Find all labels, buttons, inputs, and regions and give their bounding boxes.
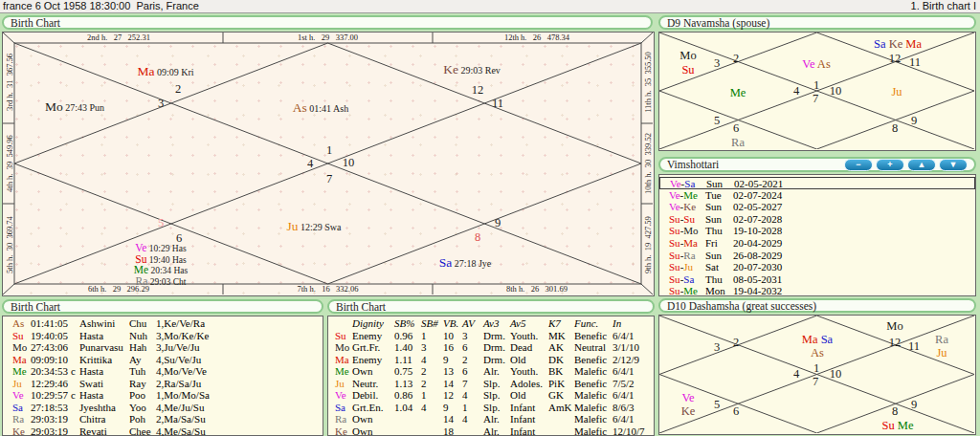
planet-abbr-me: Me — [730, 86, 746, 99]
dasha-date: 26-08-2029 — [733, 250, 782, 262]
dasha-row-ve-sa[interactable]: Ve-SaSun02-05-2021 — [659, 177, 975, 189]
cell-av: 6 — [462, 341, 468, 354]
cell-av5: Youth. — [510, 330, 538, 342]
column-header-k7: K7 — [548, 317, 561, 330]
planet-line-house-2: Ma 09:09 Kri — [137, 64, 193, 79]
house-number-7: 7 — [326, 173, 332, 185]
dasha-row-su-ra[interactable]: Su-RaSun26-08-2029 — [659, 250, 975, 262]
house-number-8: 8 — [892, 405, 898, 418]
planet-abbr-sa: Sa — [335, 402, 345, 414]
cell-nak: Krittika — [79, 354, 112, 366]
cell-lords: 4,Me/Ju/Su — [156, 402, 204, 414]
dasha-row-ve-me[interactable]: Ve-MeTue02-07-2024 — [659, 189, 975, 202]
cell-lords: 4,Su/Ve/Ju — [156, 354, 201, 366]
house-number-4: 4 — [793, 85, 799, 98]
column-header-vb: VB. — [443, 317, 458, 330]
dasha-date: 20-04-2029 — [733, 237, 782, 250]
cell-nak: Swati — [79, 378, 103, 390]
house-strength-right-0: 11th h. 35 355.50 — [642, 52, 653, 113]
house-strength-left-2: 5th h. 30 369.74 — [4, 216, 14, 273]
planet-detail: 12:29 Swa — [299, 222, 342, 232]
dasha-row-su-sa[interactable]: Su-SaThu08-05-2031 — [659, 273, 975, 286]
dasha-date: 02-05-2027 — [733, 201, 782, 213]
cell-syl: Poo — [129, 389, 145, 402]
dasha-row-su-ma[interactable]: Su-MaFri20-04-2029 — [659, 237, 975, 250]
cell-func: Malefic — [574, 425, 607, 436]
positions-table: As01:41:05AshwiniChu1,Ke/Ve/RaSu19:40:05… — [2, 316, 323, 436]
position-row-ke: Ke29:03:19RevatiChee4,Me/Sa/Su — [3, 425, 323, 436]
dasha-row-su-me[interactable]: Su-MeMon19-04-2032 — [659, 285, 975, 297]
planet-detail: 27:18 Jye — [452, 258, 491, 269]
strength-row-mo: MoGrt.Fr.1.403166Drm.DeadAKNeutral3/1/10 — [328, 341, 654, 354]
dasha-date: 08-05-2031 — [733, 273, 782, 286]
strength-row-ra: RaOwn144Alr.InfantMalefic6/4/1 — [328, 413, 654, 425]
planet-abbr-ra: Ra — [683, 250, 695, 261]
house-number-9: 9 — [911, 399, 917, 411]
cell-lon: 29:03:19 — [31, 413, 68, 425]
column-header-av5: Av5 — [510, 317, 526, 330]
dasha-row-ve-ke[interactable]: Ve-KeSun02-05-2027 — [659, 201, 975, 213]
position-row-ma: Ma09:09:10KrittikaAy4,Su/Ve/Ju — [3, 354, 323, 366]
planet-abbr-su: Su — [683, 213, 695, 225]
cell-func: Benefic — [574, 378, 607, 390]
cell-in: 2/12/9 — [612, 354, 639, 366]
cell-lon: 27:43:06 — [31, 341, 68, 354]
cell-lon: 09:09:10 — [31, 354, 68, 366]
cell-p: Ju — [12, 378, 22, 390]
house-strength-top-2: 12th h. 26 478.34 — [504, 33, 569, 43]
planet-abbr-su: Su — [681, 63, 694, 76]
cell-k7: DK — [548, 354, 564, 366]
plus-button[interactable]: + — [876, 159, 904, 171]
cell-vb: 10 — [443, 330, 454, 342]
house-number-7: 7 — [813, 376, 818, 388]
cell-vb: 16 — [443, 341, 454, 354]
cell-av: 4 — [462, 389, 468, 402]
cell-in: 7/5/2 — [612, 378, 635, 390]
dasha-row-su-su[interactable]: Su-SuSun02-07-2028 — [659, 213, 975, 226]
rasi-chart-area: 123456789101112Ma 09:09 KriMo 27:43 PunA… — [3, 33, 654, 295]
dasha-pair: Su-Ju — [669, 261, 693, 273]
dasha-row-su-ju[interactable]: Su-JuSat20-07-2030 — [659, 261, 975, 273]
planet-abbr-ma: Ma — [137, 64, 154, 78]
cell-lords: 4,Mo/Ve/Ve — [156, 365, 207, 378]
dasha-weekday: Tue — [705, 189, 722, 202]
cell-av5: Old — [510, 389, 526, 402]
planet-line-house-5: Ke — [681, 403, 696, 418]
dasha-weekday: Thu — [705, 225, 723, 237]
panel-title: Vimshottari — [667, 159, 719, 170]
cell-av: 3 — [462, 330, 468, 342]
dasha-row-su-mo[interactable]: Su-MoThu19-10-2028 — [659, 225, 975, 237]
planet-abbr-ma: Ma — [902, 37, 922, 51]
up-arrow-button[interactable]: ▲ — [907, 159, 936, 171]
cell-in: 3/1/10 — [612, 341, 639, 354]
dasha-pair: Su-Su — [669, 213, 695, 226]
planet-line-house-3: Mo 27:43 Pun — [45, 99, 104, 115]
cell-in: 6/4/1 — [612, 413, 635, 425]
cell-k7: MK — [548, 330, 566, 342]
dasha-weekday: Sat — [705, 261, 719, 273]
down-arrow-button[interactable]: ▼ — [939, 159, 968, 171]
cell-func: Malefic — [574, 402, 607, 414]
cell-dignity: Enemy — [352, 354, 382, 366]
position-row-su: Su19:40:05HastaNuh3,Mo/Ke/Ke — [3, 330, 323, 342]
planet-abbr-su: Su — [669, 225, 680, 236]
cell-sb: 4 — [421, 402, 427, 414]
cell-sb: 1.40 — [394, 341, 412, 354]
house-number-6: 6 — [733, 122, 739, 135]
planet-line-house-3: Mo — [679, 48, 696, 62]
panel-title: Birth Chart — [11, 301, 60, 313]
planet-detail: 09:09 Kri — [154, 67, 193, 77]
cell-nak: Jyeshtha — [79, 402, 116, 414]
dasha-toolbar: − + ▲ ▼ — [844, 159, 968, 171]
planet-line-house-6: Ra — [731, 135, 745, 149]
cell-sb: 1.13 — [394, 378, 412, 390]
planet-abbr-sa: Sa — [684, 178, 695, 189]
cell-in: 12/10/7 — [612, 425, 645, 436]
dasha-weekday: Mon — [705, 285, 725, 297]
strength-row-ju: JuNeutr.1.132147Slp.Adoles.PiKBenefic7/5… — [328, 378, 654, 390]
column-header-av: AV — [462, 317, 475, 330]
cell-av3: Alr. — [483, 413, 500, 425]
house-number-10: 10 — [343, 157, 355, 169]
minus-button[interactable]: − — [844, 159, 873, 171]
strengths-table-body: DignitySB%SB#VB.AVAv3Av5K7Func.InSuEnemy… — [328, 317, 654, 436]
